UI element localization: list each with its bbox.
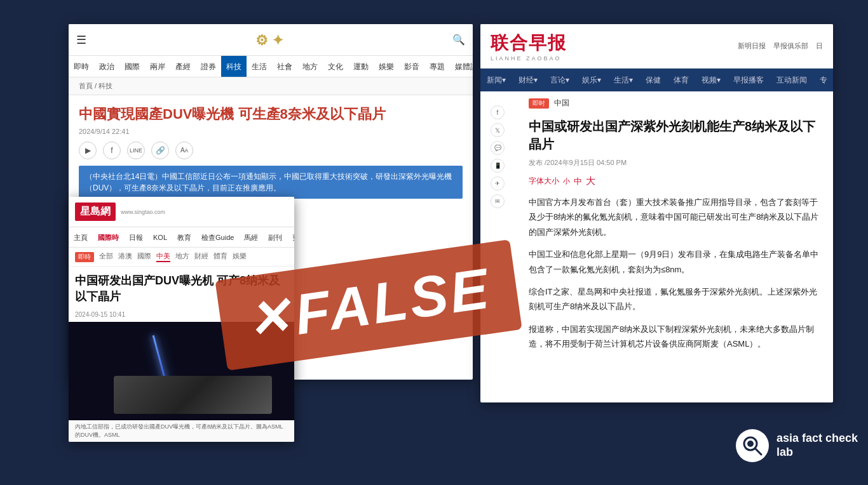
cat-hkmo[interactable]: 港澳 [118,251,132,262]
nav-item-difang[interactable]: 地方 [297,56,323,77]
zaobao-nav-podcast[interactable]: 早报播客 [727,69,770,91]
singtao-header: 星島網 www.singtao.com [69,197,294,227]
afcl-text: asia fact check lab [776,432,858,459]
breadcrumb: 首頁 / 科技 [69,77,473,95]
cna-nav: 即時 政治 國際 兩岸 產經 證券 科技 生活 社會 地方 文化 運動 娛樂 影… [69,56,473,77]
zaobao-nav-news[interactable]: 新闻▾ [480,69,512,91]
cat-intl[interactable]: 國際 [137,251,151,262]
header-link-daily[interactable]: 日 [816,41,823,51]
body-para-2: 中国工业和信息化部上星期一（9月9日）发布目录，在集成电路生产装备名单中包含了一… [529,247,823,277]
search-icon[interactable]: 🔍 [452,34,465,46]
zaobao-nav-special[interactable]: 专 [813,69,833,91]
zaobao-nav-opinion[interactable]: 言论▾ [544,69,576,91]
nav-item-yule[interactable]: 娛樂 [374,56,399,77]
zaobao-article-body: 中国官方本月发布首台（套）重大技术装备推广应用指导目录，包含了套刻等于及少于8纳… [529,195,823,352]
nav-item-meiti[interactable]: 媒體識讀 [450,56,473,77]
singtao-nav-daily[interactable]: 日報 [124,227,148,248]
nav-item-liangan[interactable]: 兩岸 [145,56,170,77]
nav-item-keji[interactable]: 科技 [221,56,247,77]
zaobao-article-date: 发布 /2024年9月15日 04:50 PM [529,158,823,168]
nav-item-yundong[interactable]: 運動 [348,56,374,77]
zaobao-logo-chinese: 联合早报 [491,31,567,55]
zaobao-nav-interactive[interactable]: 互动新闻 [770,69,813,91]
facebook-share-button[interactable]: f [103,142,121,159]
nav-item-yingyin[interactable]: 影音 [399,56,424,77]
zaobao-nav-ent[interactable]: 娱乐▾ [576,69,607,91]
body-para-1: 中国官方本月发布首台（套）重大技术装备推广应用指导目录，包含了套刻等于及少于8纳… [529,195,823,239]
article-body-highlight: （中央社台北14日電）中國工信部近日公布一項通知顯示，中國已取得重大技術突破，研… [79,166,463,199]
header-link-club[interactable]: 早报俱乐部 [773,41,808,51]
singtao-nav-more[interactable]: 更多▾ [287,227,294,248]
whatsapp-icon[interactable]: 📱 [491,159,505,173]
zaobao-nav-finance[interactable]: 财经▾ [512,69,544,91]
article-actions: ▶ f LINE 🔗 AA [79,142,463,159]
singtao-nav-guide[interactable]: 檢查Guide [196,227,239,248]
afcl-search-logo [741,434,764,457]
cna-logo: ⚙ ✦ [86,29,452,51]
nav-item-zhengquan[interactable]: 證券 [196,56,221,77]
nav-item-zhengzhi[interactable]: 政治 [94,56,119,77]
cat-local[interactable]: 地方 [175,251,189,262]
facebook-icon[interactable]: f [491,105,505,119]
font-medium[interactable]: 中 [574,176,582,187]
nav-item-wenhua[interactable]: 文化 [323,56,348,77]
hamburger-icon[interactable]: ☰ [76,33,86,47]
zaobao-meta: 即时 中国 [529,98,823,109]
cat-finance[interactable]: 財經 [194,251,208,262]
singtao-nav: 主頁 國際時 日報 KOL 教育 檢查Guide 馬經 副刊 更多▾ [69,227,294,248]
font-size-button[interactable]: AA [175,142,193,159]
header-link-xinming[interactable]: 新明日报 [738,41,766,51]
singtao-nav-kol[interactable]: KOL [148,227,172,248]
singtao-nav-racing[interactable]: 馬經 [239,227,263,248]
nav-item-zhuanti[interactable]: 專題 [424,56,450,77]
twitter-icon[interactable]: 𝕏 [491,123,505,137]
zaobao-nav-video[interactable]: 视频▾ [695,69,727,91]
breaking-badge: 即時 [75,252,94,262]
cna-logo-svg: ⚙ ✦ [244,29,295,51]
body-para-3: 综合IT之家、星岛网和中央社报道，氟化氪服务于深紫外光刻机。上述深紫外光刻机可生… [529,284,823,314]
zaobao-breaking-badge: 即时 [529,98,549,109]
zaobao-header-links: 新明日报 早报俱乐部 日 [738,41,823,51]
afcl-icon [736,429,769,462]
line-share-button[interactable]: LINE [127,142,145,159]
breaking-categories: 全部 港澳 國際 中美 地方 財經 體育 娛樂 [99,251,247,262]
nav-item-shehui[interactable]: 社會 [272,56,297,77]
afcl-line2: lab [776,446,858,460]
cna-header: ☰ ⚙ ✦ 🔍 [69,24,473,56]
nav-item-chanjing[interactable]: 產經 [170,56,196,77]
link-copy-button[interactable]: 🔗 [151,142,169,159]
nav-item-shenghuo[interactable]: 生活 [247,56,272,77]
singtao-logo-text: 星島網 [75,203,116,221]
card-zaobao: 联合早报 LIANHE ZAOBAO 新明日报 早报俱乐部 日 新闻▾ 财经▾ … [480,24,833,402]
nav-item-guoji[interactable]: 國際 [119,56,145,77]
cat-sports[interactable]: 體育 [214,251,227,262]
singtao-nav-home[interactable]: 主頁 [69,227,93,248]
font-size-label: 字体大小 [529,176,559,187]
zaobao-logo-pinyin: LIANHE ZAOBAO [491,55,567,62]
play-button[interactable]: ▶ [79,142,97,159]
zaobao-font-size: 字体大小 小 中 大 [529,175,823,187]
zaobao-article-title: 中国或研发出国产深紫外光刻机能生产8纳米及以下晶片 [529,112,823,153]
font-large[interactable]: 大 [586,175,595,187]
afcl-logo: asia fact check lab [736,429,858,462]
font-small[interactable]: 小 [563,176,570,186]
false-x-symbol: ✕ [243,291,292,347]
singtao-logo-url: www.singtao.com [121,209,165,215]
nav-item-jishi[interactable]: 即時 [69,56,94,77]
cat-all[interactable]: 全部 [99,251,113,262]
cat-cn-us[interactable]: 中美 [156,251,170,262]
zaobao-nav-health[interactable]: 保健 [639,69,667,91]
wechat-icon[interactable]: 💬 [491,141,505,155]
zaobao-nav-sports[interactable]: 体育 [667,69,695,91]
singtao-nav-supplement[interactable]: 副刊 [263,227,287,248]
zaobao-logo: 联合早报 LIANHE ZAOBAO [491,31,567,62]
telegram-icon[interactable]: ✈ [491,176,505,190]
body-para-4: 报道称，中国若实现国产8纳米及以下制程深紫外光刻机，未来绝大多数晶片制造，将不用… [529,322,823,352]
false-stamp-background: ✕ FALSE [215,239,522,371]
email-icon[interactable]: ✉ [491,194,505,208]
zaobao-nav-life[interactable]: 生活▾ [607,69,639,91]
singtao-nav-edu[interactable]: 教育 [172,227,196,248]
singtao-image-caption: 內地工信部指，已成功研發出國產DUV曝光機，可產8納米及以下晶片。圖為ASML的… [69,420,294,442]
article-title: 中國實現國產DUV曝光機 可生產8奈米及以下晶片 [79,105,463,124]
singtao-nav-intl[interactable]: 國際時 [93,227,124,248]
